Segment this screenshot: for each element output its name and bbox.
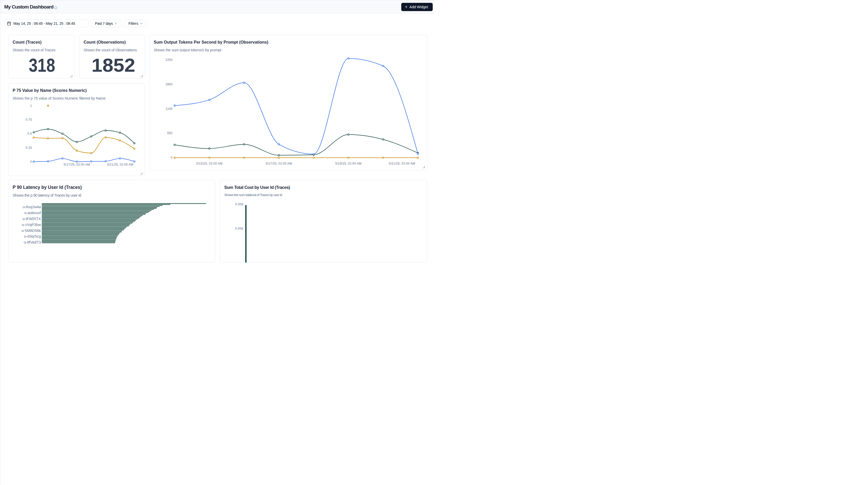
svg-text:0.25: 0.25 bbox=[26, 146, 32, 150]
svg-text:u-8fVa9T3: u-8fVa9T3 bbox=[24, 240, 41, 243]
svg-text:1650: 1650 bbox=[165, 83, 173, 86]
svg-text:0.006: 0.006 bbox=[235, 227, 243, 231]
svg-text:u-d3qr5cg: u-d3qr5cg bbox=[24, 235, 41, 239]
svg-text:5/17/25, 02:00 AM: 5/17/25, 02:00 AM bbox=[64, 163, 90, 166]
svg-text:0.75: 0.75 bbox=[26, 118, 32, 122]
svg-text:5/15/25, 02:00 AM: 5/15/25, 02:00 AM bbox=[196, 162, 222, 165]
svg-text:5/17/25, 02:00 AM: 5/17/25, 02:00 AM bbox=[266, 162, 292, 165]
svg-text:1: 1 bbox=[30, 104, 32, 108]
svg-text:u-aobnuxf: u-aobnuxf bbox=[24, 211, 41, 215]
svg-text:u-zVqP3hw: u-zVqP3hw bbox=[22, 223, 41, 227]
svg-text:u-tFAR5TX: u-tFAR5TX bbox=[23, 217, 41, 221]
svg-text:u-5M8D56k: u-5M8D56k bbox=[22, 229, 41, 233]
svg-text:0: 0 bbox=[171, 156, 173, 160]
svg-text:5/19/25, 02:00 AM: 5/19/25, 02:00 AM bbox=[335, 162, 362, 165]
svg-text:0: 0 bbox=[30, 160, 32, 163]
svg-text:0.008: 0.008 bbox=[235, 203, 243, 206]
svg-text:550: 550 bbox=[167, 131, 173, 135]
svg-text:0.5: 0.5 bbox=[27, 132, 32, 135]
svg-text:2200: 2200 bbox=[165, 58, 173, 62]
svg-text:1100: 1100 bbox=[165, 107, 173, 111]
svg-text:u-8sq2w4a: u-8sq2w4a bbox=[23, 205, 41, 209]
svg-text:5/21/25, 02:00 AM: 5/21/25, 02:00 AM bbox=[107, 163, 133, 166]
svg-text:5/21/25, 02:00 AM: 5/21/25, 02:00 AM bbox=[389, 162, 415, 165]
